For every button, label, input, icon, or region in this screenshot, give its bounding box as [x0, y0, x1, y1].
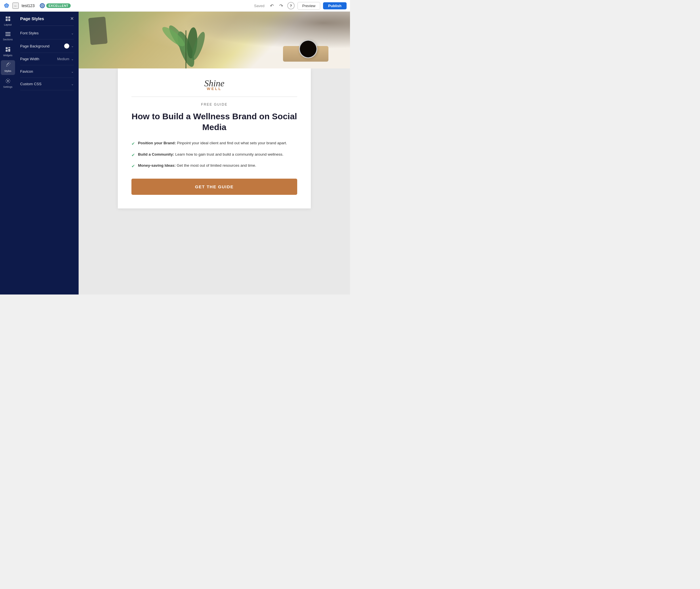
project-title: test123 [22, 3, 35, 8]
redo-button[interactable]: ↷ [278, 3, 284, 9]
bullet-text-2: Build a Community: Learn how to gain tru… [138, 152, 283, 157]
sidebar-item-sections[interactable]: Sections [1, 30, 15, 43]
page-width-label: Page Width [20, 57, 39, 61]
page-background-right: ⌄ [64, 43, 74, 48]
icon-sidebar: Layout Sections Widgets [0, 12, 16, 294]
layout-icon [5, 16, 10, 22]
settings-icon [5, 78, 10, 84]
logo-divider [131, 96, 297, 97]
bullet-bold-2: Build a Community: [138, 152, 174, 157]
font-styles-chevron: ⌄ [71, 31, 74, 35]
sections-label: Sections [3, 38, 13, 41]
checkmark-3: ✔ [131, 163, 135, 170]
content-card: Shine WELL FREE GUIDE How to Build a Wel… [118, 68, 311, 208]
svg-rect-11 [8, 47, 10, 48]
custom-css-row[interactable]: Custom CSS ⌄ [20, 78, 74, 90]
custom-css-chevron: ⌄ [71, 82, 74, 86]
main-heading: How to Build a Wellness Brand on Social … [131, 111, 297, 132]
page-background-row[interactable]: Page Background ⌄ [20, 39, 74, 53]
panel-title: Page Styles [20, 16, 44, 21]
svg-rect-8 [5, 33, 10, 34]
bullet-detail-2: Learn how to gain trust and build a comm… [175, 152, 283, 157]
logo-well: WELL [131, 86, 297, 91]
bullet-list: ✔ Position your Brand: Pinpoint your ide… [131, 140, 297, 170]
svg-rect-12 [6, 50, 8, 52]
widgets-icon [5, 47, 10, 53]
bullet-item-2: ✔ Build a Community: Learn how to gain t… [131, 152, 297, 159]
checkmark-2: ✔ [131, 152, 135, 159]
page-width-value: Medium [57, 57, 69, 61]
bullet-bold-3: Money-saving Ideas: [138, 163, 176, 168]
sidebar-item-layout[interactable]: Layout [1, 14, 15, 29]
styles-label: Styles [4, 69, 11, 73]
favicon-chevron: ⌄ [71, 69, 74, 73]
hero-leaves-svg [155, 12, 217, 68]
svg-rect-6 [8, 19, 10, 21]
widgets-label: Widgets [3, 54, 12, 57]
cta-button[interactable]: GET THE GUIDE [131, 179, 297, 195]
undo-button[interactable]: ↶ [269, 3, 275, 9]
save-status: Saved [254, 4, 265, 8]
checkmark-1: ✔ [131, 141, 135, 147]
svg-rect-7 [5, 32, 10, 33]
svg-rect-10 [6, 47, 8, 49]
badge-icon [40, 3, 45, 8]
help-button[interactable]: ? [287, 2, 295, 9]
free-guide-label: FREE GUIDE [131, 103, 297, 107]
page-width-right: Medium ⌄ [57, 57, 74, 61]
svg-rect-13 [8, 49, 10, 52]
badge-label: EXCELLENT [46, 3, 71, 8]
logo-area: Shine WELL [131, 79, 297, 91]
bullet-text-1: Position your Brand: Pinpoint your ideal… [138, 140, 287, 146]
panel-header: Page Styles ✕ [20, 16, 74, 21]
canvas-area: Shine WELL FREE GUIDE How to Build a Wel… [79, 12, 350, 294]
page-background-toggle[interactable] [64, 43, 69, 48]
excellence-badge: EXCELLENT [40, 3, 71, 8]
svg-rect-3 [6, 16, 8, 18]
main-layout: Layout Sections Widgets [0, 12, 350, 294]
back-button[interactable]: ← [12, 3, 19, 9]
app-logo [3, 3, 10, 9]
bullet-bold-1: Position your Brand: [138, 141, 176, 145]
page-width-row[interactable]: Page Width Medium ⌄ [20, 53, 74, 65]
custom-css-right: ⌄ [71, 82, 74, 86]
favicon-right: ⌄ [71, 69, 74, 73]
bullet-detail-3: Get the most out of limited resources an… [177, 163, 256, 168]
bullet-detail-1: Pinpoint your ideal client and find out … [177, 141, 287, 145]
panel-close-button[interactable]: ✕ [70, 16, 74, 21]
coffee-cup [299, 40, 317, 58]
svg-rect-9 [5, 35, 10, 36]
layout-label: Layout [4, 23, 12, 26]
preview-button[interactable]: Preview [298, 2, 320, 10]
font-styles-row[interactable]: Font Styles ⌄ [20, 27, 74, 39]
favicon-label: Favicon [20, 69, 33, 73]
styles-icon [5, 62, 10, 69]
publish-button[interactable]: Publish [323, 2, 347, 9]
sections-icon [5, 32, 10, 37]
sidebar-item-settings[interactable]: Settings [1, 76, 15, 91]
bullet-item-1: ✔ Position your Brand: Pinpoint your ide… [131, 140, 297, 147]
svg-point-15 [7, 80, 9, 82]
page-background-label: Page Background [20, 44, 49, 48]
top-bar: ← test123 EXCELLENT Saved ↶ ↷ ? Preview … [0, 0, 350, 12]
bullet-item-3: ✔ Money-saving Ideas: Get the most out o… [131, 163, 297, 170]
svg-rect-5 [6, 19, 8, 21]
svg-rect-4 [8, 16, 10, 18]
svg-line-14 [7, 63, 9, 65]
font-styles-label: Font Styles [20, 31, 39, 35]
bullet-text-3: Money-saving Ideas: Get the most out of … [138, 163, 256, 168]
settings-label: Settings [3, 85, 12, 88]
custom-css-label: Custom CSS [20, 82, 41, 86]
sidebar-item-styles[interactable]: Styles [1, 60, 15, 75]
page-styles-panel: Page Styles ✕ Font Styles ⌄ Page Backgro… [16, 12, 79, 294]
phone-hint [88, 17, 107, 45]
sidebar-item-widgets[interactable]: Widgets [1, 45, 15, 59]
favicon-row[interactable]: Favicon ⌄ [20, 65, 74, 78]
page-background-chevron: ⌄ [71, 44, 74, 48]
hero-image [79, 12, 350, 68]
font-styles-right: ⌄ [71, 31, 74, 35]
page-width-chevron: ⌄ [71, 57, 74, 61]
